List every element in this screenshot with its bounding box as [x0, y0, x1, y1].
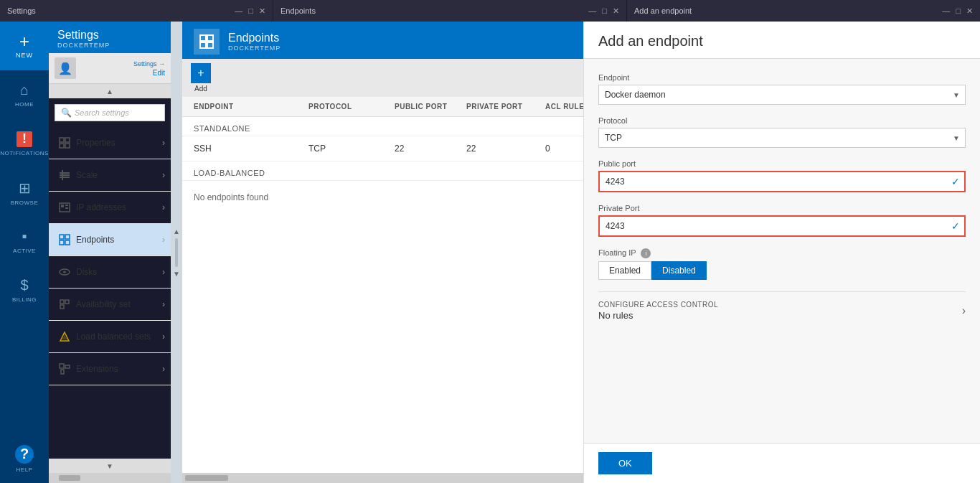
settings-minimize-btn[interactable]: — — [235, 6, 242, 16]
new-label: NEW — [16, 52, 33, 59]
endpoint-label: Endpoint — [598, 73, 966, 82]
add-endpoint-restore-btn[interactable]: □ — [956, 6, 961, 16]
sidebar-item-billing[interactable]: $ BILLING — [0, 266, 49, 314]
cell-public-port: 22 — [395, 144, 466, 154]
table-row[interactable]: SSH TCP 22 22 0 — [182, 136, 583, 161]
svg-point-17 — [63, 271, 66, 273]
svg-rect-11 — [65, 207, 68, 209]
new-button[interactable]: + NEW — [0, 22, 49, 70]
sidebar-billing-label: BILLING — [12, 296, 37, 303]
nav-item-properties[interactable]: Properties › — [49, 127, 171, 159]
nav-item-endpoints[interactable]: Endpoints › — [49, 224, 171, 256]
settings-close-btn[interactable]: ✕ — [259, 6, 265, 16]
user-icon: 👤 — [58, 62, 72, 75]
window-title-bars: Settings — □ ✕ Endpoints — □ ✕ Add an en… — [0, 0, 980, 22]
collapse-bar[interactable]: ▲ ▼ — [171, 22, 182, 483]
plus-icon: + — [19, 33, 29, 50]
col-private-port: PRIVATE PORT — [466, 103, 545, 111]
configure-access-control[interactable]: CONFIGURE ACCESS CONTROL No rules › — [598, 291, 966, 329]
col-protocol: PROTOCOL — [308, 103, 395, 111]
configure-access-value: No rules — [598, 310, 718, 321]
add-endpoint-close-btn[interactable]: ✕ — [966, 6, 973, 16]
add-endpoint-footer: OK — [584, 443, 980, 483]
nav-endpoints-label: Endpoints — [76, 235, 158, 245]
svg-rect-2 — [60, 144, 64, 148]
protocol-select-wrapper: TCP UDP — [598, 128, 966, 148]
nav-availability-label: Availability set — [76, 299, 158, 309]
scroll-up-button[interactable]: ▲ — [49, 84, 171, 98]
edit-link[interactable]: Edit — [153, 69, 165, 77]
public-port-input[interactable] — [598, 171, 966, 192]
settings-sub-bar: 👤 Settings → Edit — [49, 53, 171, 84]
add-endpoint-toolbar-btn[interactable]: + Add — [191, 63, 211, 93]
svg-rect-24 — [61, 370, 64, 374]
add-endpoint-title: Add an endpoint — [598, 33, 966, 50]
ip-icon — [57, 200, 72, 215]
add-endpoint-header: Add an endpoint — [584, 22, 980, 59]
private-port-input-wrapper: ✓ — [598, 215, 966, 237]
settings-scrollbar[interactable] — [49, 473, 171, 483]
endpoints-scrollbar[interactable] — [182, 473, 583, 483]
svg-rect-23 — [60, 364, 64, 368]
private-port-check-icon: ✓ — [951, 220, 960, 232]
cell-protocol: TCP — [308, 144, 395, 154]
sidebar-item-notifications[interactable]: ! NOTIFICATIONS — [0, 119, 49, 168]
disks-icon — [57, 265, 72, 279]
sidebar-item-home[interactable]: ⌂ HOME — [0, 70, 49, 119]
nav-item-load-balanced[interactable]: Load balanced sets › — [49, 321, 171, 353]
nav-item-scale[interactable]: Scale › — [49, 159, 171, 192]
nav-properties-label: Properties — [76, 138, 158, 148]
configure-access-title: CONFIGURE ACCESS CONTROL — [598, 301, 718, 309]
settings-search-bar[interactable]: 🔍 Search settings — [55, 104, 165, 121]
private-port-input[interactable] — [598, 215, 966, 237]
svg-rect-26 — [200, 35, 206, 41]
settings-column: Settings DOCKERTEMP 👤 Settings → Edit ▲ … — [49, 22, 171, 483]
add-label: Add — [194, 85, 207, 93]
svg-rect-5 — [60, 174, 70, 176]
svg-rect-18 — [60, 300, 64, 304]
scroll-down-button[interactable]: ▼ — [49, 459, 171, 473]
sidebar-item-help[interactable]: ? HELP — [0, 434, 49, 483]
scroll-down-icon: ▼ — [106, 462, 113, 470]
settings-link[interactable]: Settings → — [133, 60, 165, 67]
settings-restore-btn[interactable]: □ — [248, 6, 253, 16]
svg-rect-9 — [61, 205, 64, 207]
svg-rect-4 — [60, 172, 70, 174]
svg-rect-20 — [60, 305, 64, 309]
settings-window-controls[interactable]: — □ ✕ — [235, 6, 265, 16]
sidebar-item-browse[interactable]: ⊞ BROWSE — [0, 168, 49, 217]
nav-item-extensions[interactable]: Extensions › — [49, 353, 171, 385]
ok-button[interactable]: OK — [598, 452, 652, 474]
nav-item-availability-set[interactable]: Availability set › — [49, 289, 171, 321]
nav-load-balanced-label: Load balanced sets — [76, 332, 158, 342]
floating-ip-buttons: Enabled Disabled — [598, 261, 966, 280]
protocol-select[interactable]: TCP UDP — [598, 128, 966, 148]
endpoints-nav-icon — [57, 233, 72, 247]
svg-rect-3 — [65, 144, 70, 148]
endpoints-window-controls[interactable]: — □ ✕ — [588, 6, 619, 16]
main-layout: + NEW ⌂ HOME ! NOTIFICATIONS ⊞ BROWSE ▪ … — [0, 22, 980, 483]
search-icon: 🔍 — [61, 108, 72, 118]
home-icon: ⌂ — [20, 82, 29, 98]
nav-item-ip-addresses[interactable]: IP addresses › — [49, 192, 171, 224]
nav-item-disks[interactable]: Disks › — [49, 256, 171, 289]
nav-scale-label: Scale — [76, 170, 158, 180]
add-endpoint-window-controls[interactable]: — □ ✕ — [942, 6, 973, 16]
endpoint-select[interactable]: Docker daemon SSH HTTP HTTPS Custom — [598, 85, 966, 105]
svg-rect-19 — [65, 300, 69, 304]
nav-ip-arrow: › — [162, 202, 165, 212]
floating-ip-enabled-btn[interactable]: Enabled — [598, 261, 651, 280]
svg-rect-7 — [62, 170, 63, 180]
endpoints-close-btn[interactable]: ✕ — [613, 6, 619, 16]
sidebar-item-active[interactable]: ▪ ACTIVE — [0, 217, 49, 266]
load-balanced-section-header: LOAD-BALANCED — [182, 161, 583, 181]
endpoints-toolbar: + Add — [182, 59, 583, 97]
add-endpoint-minimize-btn[interactable]: — — [942, 6, 950, 16]
floating-ip-disabled-btn[interactable]: Disabled — [651, 261, 707, 280]
collapse-arrow-down: ▼ — [173, 270, 180, 278]
endpoints-minimize-btn[interactable]: — — [588, 6, 596, 16]
col-public-port: PUBLIC PORT — [395, 103, 466, 111]
endpoints-restore-btn[interactable]: □ — [602, 6, 607, 16]
private-port-form-group: Private Port ✓ — [598, 204, 966, 237]
standalone-section-header: STANDALONE — [182, 117, 583, 136]
